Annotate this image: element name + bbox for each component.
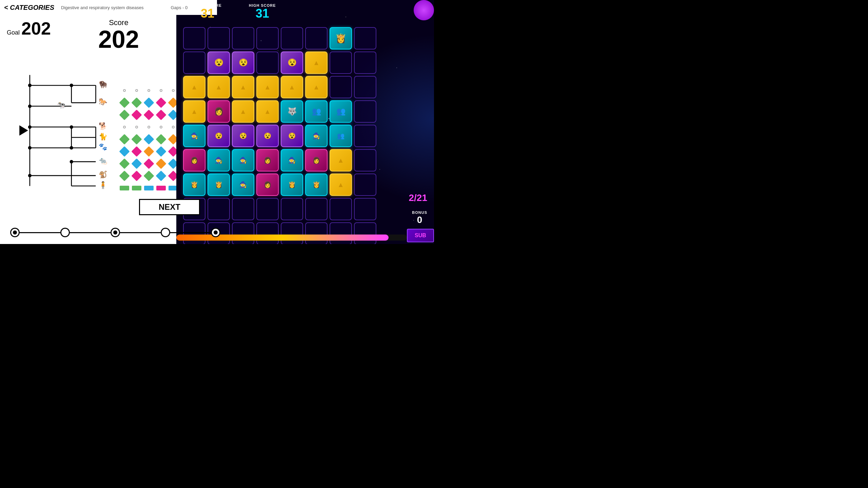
game-cell-yellow	[232, 76, 254, 98]
game-cell-character: 👸	[330, 27, 352, 49]
game-cell	[281, 222, 303, 244]
grid-cell	[131, 146, 142, 157]
game-cell-char: 😵	[232, 125, 254, 147]
score-number: 202	[98, 27, 139, 52]
game-cell-char: 😵	[232, 52, 254, 74]
grid-cell	[135, 89, 138, 92]
grid-cell	[160, 89, 162, 92]
game-cell	[305, 198, 328, 220]
score-box: Score 202	[98, 18, 139, 52]
grid-cell	[143, 97, 154, 108]
high-score-block: HIGH SCORE 31	[249, 3, 276, 20]
game-cell	[330, 198, 352, 220]
grid-cell	[131, 170, 142, 181]
game-cell-yellow	[232, 100, 254, 123]
gaps-label: Gaps - 0	[171, 5, 188, 10]
your-score-block: YOUR SCORE 31	[193, 3, 222, 20]
goal-box: Goal 202	[7, 18, 51, 39]
game-cell-char: 😵	[256, 125, 279, 147]
progress-bar	[10, 228, 220, 237]
submit-button[interactable]: SUB	[407, 229, 434, 242]
grid-cell	[156, 109, 166, 120]
svg-text:🧍: 🧍	[99, 181, 107, 189]
svg-point-25	[70, 84, 73, 87]
svg-point-28	[70, 160, 73, 163]
game-cell	[256, 27, 279, 49]
game-cell-char: 👩	[256, 149, 279, 171]
game-cell-char: 🧙	[208, 149, 230, 171]
grid-cell	[120, 186, 129, 190]
game-cell	[183, 52, 205, 74]
game-cell-char: 👸	[208, 174, 230, 196]
svg-point-24	[28, 174, 32, 177]
game-cell-char: 👸	[183, 174, 205, 196]
game-cell	[208, 27, 230, 49]
grid-cell	[119, 109, 130, 120]
svg-text:🐾: 🐾	[99, 143, 107, 151]
categories-button[interactable]: < CATEGORIES	[4, 4, 54, 12]
game-cell-char: 👩	[183, 149, 205, 171]
game-grid[interactable]: 👸 😵 😵 😵 👩 🐺 👥 👥 🧙 😵 😵 😵 �	[183, 27, 377, 244]
grid-cell	[131, 97, 142, 108]
grid-cell	[119, 170, 130, 181]
game-cell-char: 🧙	[281, 149, 303, 171]
progress-dot-1	[10, 228, 20, 237]
game-cell-yellow	[208, 76, 230, 98]
game-cell	[305, 222, 328, 244]
svg-text:🐎: 🐎	[99, 98, 107, 106]
game-cell-char: 🐺	[281, 100, 303, 123]
svg-text:🐄: 🐄	[57, 101, 66, 109]
game-cell-yellow	[305, 52, 328, 74]
grid-cell	[156, 97, 166, 108]
grid-cell	[143, 170, 154, 181]
svg-marker-19	[19, 125, 28, 136]
game-cell-char: 👥	[330, 100, 352, 123]
grid-cell	[123, 126, 126, 128]
game-cell-char: 🧙	[232, 149, 254, 171]
goal-label: Goal	[7, 29, 20, 36]
game-cell	[232, 198, 254, 220]
phylo-tree: 🦬 🐎 🐕 🐈 🐾 🐀 🐒 🧍 🐄	[3, 58, 119, 203]
game-cell	[208, 198, 230, 220]
game-cell-char: 👩	[305, 149, 328, 171]
progress-dot-2	[60, 228, 70, 237]
game-cell-char: 👸	[281, 174, 303, 196]
grid-cell	[119, 158, 130, 169]
grid-cell	[119, 134, 130, 144]
grid-cell	[156, 134, 166, 144]
game-cell	[354, 149, 376, 171]
svg-point-26	[70, 125, 73, 129]
grid-cell	[131, 158, 142, 169]
game-cell-yellow	[256, 76, 279, 98]
game-cell	[354, 174, 376, 196]
game-cell	[281, 198, 303, 220]
progress-dot-4	[161, 228, 170, 237]
grid-cell	[143, 109, 154, 120]
high-score-value: 31	[249, 7, 276, 20]
next-button[interactable]: NEXT	[139, 199, 200, 215]
grid-cell	[147, 89, 150, 92]
game-cell	[256, 52, 279, 74]
game-cell-yellow	[183, 100, 205, 123]
game-cell	[305, 27, 328, 49]
grid-cell	[143, 158, 154, 169]
game-cell-yellow	[330, 174, 352, 196]
purple-circle-decoration	[414, 0, 434, 20]
game-cell	[354, 27, 376, 49]
grid-cell	[132, 186, 141, 190]
grid-cell	[119, 97, 130, 108]
svg-text:🐒: 🐒	[99, 170, 107, 179]
grid-cell	[172, 89, 175, 92]
your-score-value: 31	[193, 7, 222, 20]
progress-dot-5	[211, 228, 220, 237]
counter-display: 2/21	[409, 192, 428, 203]
svg-text:🐀: 🐀	[99, 157, 107, 165]
grid-cell	[160, 126, 162, 128]
game-cell-char: 🧙	[305, 125, 328, 147]
bonus-label: BONUS	[412, 210, 427, 215]
grid-cell	[156, 158, 166, 169]
progress-line-4	[170, 232, 211, 233]
grid-cell	[131, 109, 142, 120]
grid-cell	[147, 126, 150, 128]
grid-cell	[144, 186, 154, 190]
